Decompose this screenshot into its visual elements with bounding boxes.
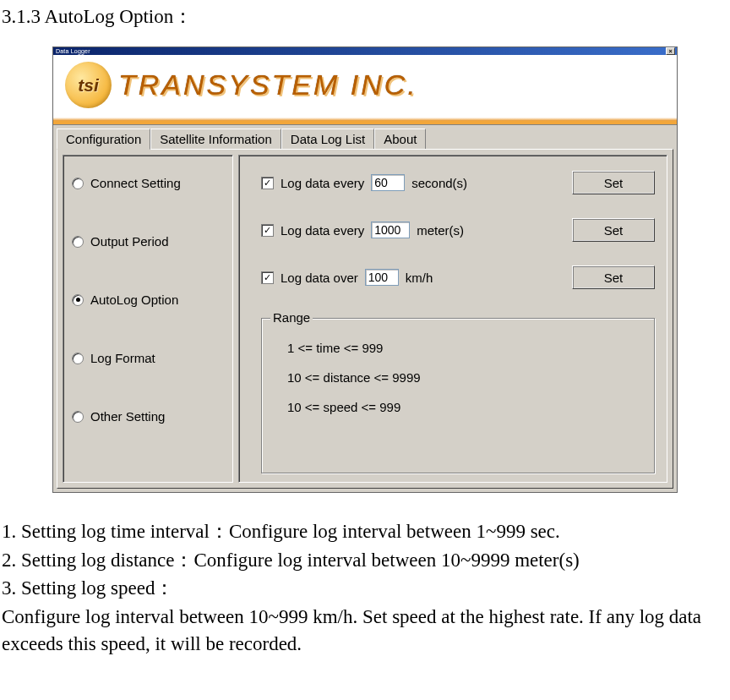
option-label: Log data over (281, 271, 358, 285)
description-block: 1. Setting log time interval：Configure l… (2, 518, 728, 658)
meters-checkbox[interactable] (261, 224, 274, 237)
company-name: TRANSYSTEM INC. (118, 68, 418, 101)
tab-body: Connect Setting Output Period AutoLog Op… (57, 149, 673, 489)
option-row-seconds: Log data every second(s) Set (261, 171, 655, 194)
sidebar-item-label: AutoLog Option (90, 293, 178, 307)
option-row-meters: Log data every meter(s) Set (261, 218, 655, 242)
option-label: Log data every (281, 176, 364, 190)
sidebar-item-other-setting[interactable]: Other Setting (72, 409, 224, 424)
sidebar-item-label: Log Format (90, 351, 155, 365)
option-unit: second(s) (411, 176, 467, 190)
tab-data-log-list[interactable]: Data Log List (281, 129, 374, 149)
sidebar-item-autolog-option[interactable]: AutoLog Option (72, 293, 224, 307)
seconds-input[interactable] (371, 174, 405, 191)
radio-icon (72, 178, 84, 189)
radio-icon (72, 353, 84, 364)
radio-icon (72, 236, 84, 248)
option-unit: km/h (406, 271, 433, 285)
titlebar: Data Logger × (53, 47, 677, 55)
tab-about[interactable]: About (374, 129, 426, 149)
window-title: Data Logger (55, 48, 90, 54)
sidebar-item-output-period[interactable]: Output Period (72, 234, 224, 249)
tab-bar: Configuration Satellite Information Data… (53, 125, 677, 149)
range-title: Range (270, 310, 313, 325)
desc-line-2: 2. Setting log distance：Configure log in… (2, 547, 728, 574)
logo-badge-icon: tsi (65, 62, 112, 108)
meters-set-button[interactable]: Set (572, 218, 655, 242)
config-sidebar: Connect Setting Output Period AutoLog Op… (63, 155, 233, 483)
range-line-distance: 10 <= distance <= 9999 (287, 370, 637, 385)
brand-header: tsi TRANSYSTEM INC. (53, 55, 677, 125)
radio-icon (72, 411, 84, 423)
range-line-time: 1 <= time <= 999 (287, 341, 637, 355)
app-window: Data Logger × tsi TRANSYSTEM INC. Config… (52, 46, 678, 493)
meters-input[interactable] (371, 221, 410, 238)
section-heading: 3.1.3 AutoLog Option： (2, 3, 730, 30)
range-line-speed: 10 <= speed <= 999 (287, 400, 637, 414)
sidebar-item-label: Connect Setting (90, 176, 181, 190)
option-row-speed: Log data over km/h Set (261, 265, 655, 289)
radio-icon (72, 294, 84, 306)
sidebar-item-label: Other Setting (90, 409, 165, 424)
speed-input[interactable] (365, 269, 399, 286)
tab-configuration[interactable]: Configuration (57, 129, 150, 150)
logo-abbrev: tsi (78, 75, 99, 96)
close-icon[interactable]: × (666, 47, 675, 55)
desc-line-4: Configure log interval between 10~999 km… (2, 604, 728, 657)
range-groupbox: Range 1 <= time <= 999 10 <= distance <=… (261, 318, 655, 473)
speed-checkbox[interactable] (261, 271, 274, 284)
speed-set-button[interactable]: Set (572, 265, 655, 289)
sidebar-item-label: Output Period (90, 234, 169, 249)
desc-line-1: 1. Setting log time interval：Configure l… (2, 518, 728, 545)
sidebar-item-connect-setting[interactable]: Connect Setting (72, 176, 224, 190)
option-label: Log data every (281, 223, 364, 238)
desc-line-3: 3. Setting log speed： (2, 575, 728, 602)
option-unit: meter(s) (417, 223, 464, 238)
main-panel: Log data every second(s) Set Log data ev… (238, 155, 667, 483)
seconds-set-button[interactable]: Set (572, 171, 655, 194)
sidebar-item-log-format[interactable]: Log Format (72, 351, 224, 365)
seconds-checkbox[interactable] (261, 177, 274, 189)
tab-satellite-information[interactable]: Satellite Information (150, 129, 281, 149)
